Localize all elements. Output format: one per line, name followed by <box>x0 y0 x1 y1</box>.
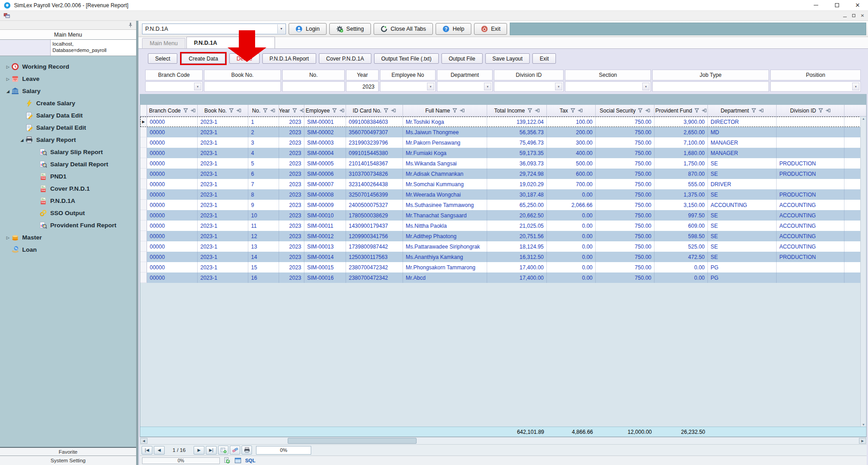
mdi-minimize-button[interactable] <box>843 13 847 18</box>
mdi-restore-button[interactable] <box>852 13 855 18</box>
table-row[interactable]: 000002023-1102023SIM-000101780500038629M… <box>140 210 866 221</box>
column-pin-icon[interactable] <box>578 108 583 113</box>
sidebar-item-salary-report[interactable]: ◢Salary Report <box>0 134 136 146</box>
expander-icon[interactable]: ▷ <box>5 77 11 81</box>
create-data-button[interactable]: Create Data <box>181 53 225 64</box>
column-pin-icon[interactable] <box>535 108 540 113</box>
select-button[interactable]: Select <box>148 53 177 64</box>
chevron-down-icon[interactable]: ▾ <box>484 83 491 90</box>
horizontal-scroll-thumb[interactable] <box>288 438 417 444</box>
tab-main-menu[interactable]: Main Menu <box>142 38 185 48</box>
delete-button[interactable]: Delete <box>229 53 260 64</box>
row-selector[interactable] <box>140 262 147 272</box>
vertical-scrollbar[interactable]: ▲ ▼ <box>860 117 866 427</box>
sidebar-item-pnd1[interactable]: TAXPND1 <box>0 170 136 183</box>
table-row[interactable]: 000002023-1112023SIM-000111430900179437M… <box>140 221 866 231</box>
sidebar-item-salary-detail-edit[interactable]: Salary Detail Edit <box>0 122 136 134</box>
table-row[interactable]: 000002023-122023SIM-000023560700497307Ms… <box>140 127 866 137</box>
sidebar-item-working-record[interactable]: ▷Working Record <box>0 61 136 73</box>
expander-icon[interactable]: ▷ <box>5 235 11 240</box>
filter-input-department[interactable]: ▾ <box>437 81 493 92</box>
chevron-down-icon[interactable]: ▾ <box>277 24 285 33</box>
column-header-department[interactable]: Department <box>708 105 777 116</box>
filter-funnel-icon[interactable] <box>229 108 234 113</box>
column-pin-icon[interactable] <box>270 108 275 113</box>
sidebar-item-provident-fund-report[interactable]: Provident Fund Report <box>0 219 136 231</box>
row-selector[interactable] <box>140 241 147 252</box>
filter-input-no-[interactable] <box>282 81 345 92</box>
column-pin-icon[interactable] <box>299 108 304 113</box>
append-row-button[interactable] <box>218 446 228 455</box>
filter-funnel-icon[interactable] <box>527 108 532 113</box>
sidebar-item-create-salary[interactable]: Create Salary <box>0 97 136 109</box>
system-setting-panel-button[interactable]: System Setting <box>0 456 136 465</box>
column-header-full-name[interactable]: Full Name <box>403 105 487 116</box>
tab-p-n-d-1a[interactable]: P.N.D.1A <box>186 37 275 48</box>
output-file-button[interactable]: Output File <box>441 53 483 64</box>
column-header-employee[interactable]: Employee <box>304 105 346 116</box>
filter-input-position[interactable]: ▾ <box>770 81 861 92</box>
filter-input-employee-no[interactable]: ▾ <box>380 81 436 92</box>
row-selector[interactable] <box>140 158 147 169</box>
cover-p-n-d-1a-button[interactable]: Cover P.N.D.1A <box>319 53 371 64</box>
row-selector[interactable] <box>140 169 147 179</box>
table-row[interactable]: 000002023-152023SIM-000052101401548367Ms… <box>140 158 866 169</box>
column-pin-icon[interactable] <box>702 108 707 113</box>
chevron-down-icon[interactable]: ▾ <box>194 83 201 90</box>
row-selector[interactable] <box>140 137 147 148</box>
column-header-id-card-no-[interactable]: ID Card No. <box>346 105 403 116</box>
column-header-year[interactable]: Year <box>279 105 304 116</box>
filter-input-branch-code[interactable]: ▾ <box>145 81 203 92</box>
login-button[interactable]: Login <box>289 23 327 35</box>
table-row[interactable]: 000002023-132023SIM-000032319903239796Mr… <box>140 137 866 148</box>
filter-funnel-icon[interactable] <box>183 108 188 113</box>
filter-funnel-icon[interactable] <box>570 108 575 113</box>
pin-icon[interactable] <box>128 22 133 28</box>
column-header-provident-fund[interactable]: Provident Fund <box>655 105 708 116</box>
row-selector[interactable] <box>140 189 147 200</box>
filter-input-job-type[interactable] <box>652 81 769 92</box>
current-row-marker[interactable]: ▶ <box>140 117 147 127</box>
scroll-left-button[interactable]: ◀ <box>140 438 147 444</box>
row-selector[interactable] <box>140 148 147 158</box>
row-selector[interactable] <box>140 210 147 221</box>
chevron-down-icon[interactable]: ▾ <box>555 83 562 90</box>
window-panel-icon[interactable] <box>234 457 242 464</box>
table-row[interactable]: 000002023-172023SIM-000073231400264438Mr… <box>140 179 866 189</box>
table-row[interactable]: 000002023-192023SIM-000092400500075327Ms… <box>140 200 866 210</box>
maximize-button[interactable] <box>826 0 847 10</box>
pager-first-button[interactable]: |◀ <box>142 446 152 455</box>
help-button[interactable]: ?Help <box>436 23 471 35</box>
layout-windows-icon[interactable] <box>4 12 10 19</box>
row-selector[interactable] <box>140 221 147 231</box>
close-all-tabs-button[interactable]: Close All Tabs <box>374 23 433 35</box>
chevron-down-icon[interactable]: ▾ <box>642 83 650 90</box>
filter-funnel-icon[interactable] <box>818 108 823 113</box>
close-button[interactable]: ✕ <box>847 0 868 10</box>
sidebar-item-salary-detail-report[interactable]: Salary Detail Report <box>0 158 136 170</box>
column-pin-icon[interactable] <box>645 108 650 113</box>
filter-funnel-icon[interactable] <box>292 108 297 113</box>
column-header-tax[interactable]: Tax <box>547 105 596 116</box>
edit-row-button[interactable] <box>230 446 240 455</box>
column-header-total-income[interactable]: Total Income <box>487 105 547 116</box>
row-selector[interactable] <box>140 200 147 210</box>
sidebar-item-salary-slip-report[interactable]: Salary Slip Report <box>0 146 136 158</box>
chevron-down-icon[interactable]: ▾ <box>427 83 434 90</box>
filter-input-book-no-[interactable] <box>204 81 281 92</box>
filter-input-division-id[interactable]: ▾ <box>494 81 564 92</box>
expander-icon[interactable]: ◢ <box>5 89 11 94</box>
column-pin-icon[interactable] <box>825 108 830 113</box>
horizontal-scroll-track[interactable] <box>147 438 859 444</box>
column-pin-icon[interactable] <box>460 108 465 113</box>
row-selector-header[interactable] <box>140 105 147 116</box>
setting-button[interactable]: Setting <box>329 23 371 35</box>
sidebar-item-salary-data-edit[interactable]: Salary Data Edit <box>0 109 136 122</box>
table-row[interactable]: 000002023-182023SIM-000083250701456399Mr… <box>140 189 866 200</box>
table-row[interactable]: ▶000002023-112023SIM-000010991008384603M… <box>140 117 866 127</box>
scroll-right-button[interactable]: ▶ <box>859 438 866 444</box>
sidebar-item-cover-p-n-d-1[interactable]: TAXCover P.N.D.1 <box>0 183 136 195</box>
filter-funnel-icon[interactable] <box>263 108 268 113</box>
table-row[interactable]: 000002023-142023SIM-000040991015445380Mr… <box>140 148 866 158</box>
sidebar-item-leave[interactable]: ▷Leave <box>0 73 136 85</box>
